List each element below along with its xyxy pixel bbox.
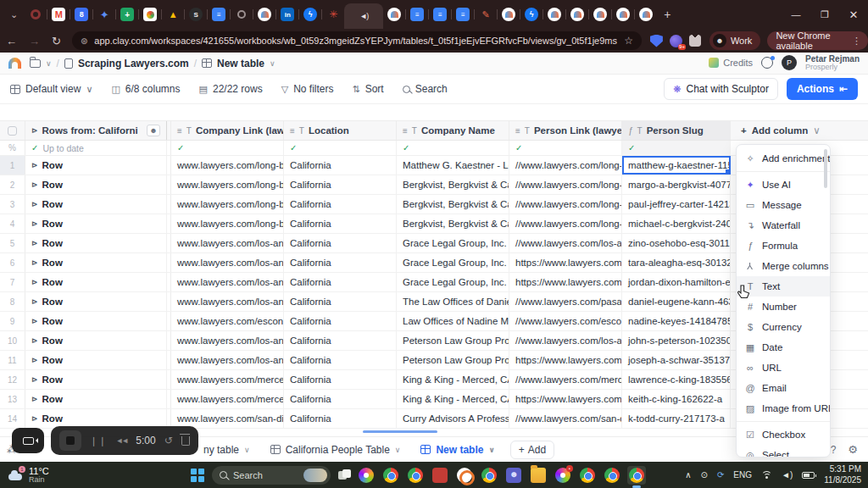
cell-location[interactable]: California [284,292,397,311]
chevron-down-icon[interactable]: ∨ [270,59,275,68]
add-table-tab-button[interactable]: + Add [510,441,554,459]
pinned-tab-ringgray-icon[interactable] [235,8,248,21]
pinned-tab-clay-icon[interactable] [258,8,271,21]
menu-item-merge-columns[interactable]: YMerge columns [737,256,830,276]
cell-person-slug[interactable]: k-todd-curry-217173-a [622,409,731,428]
cell-person-slug[interactable]: tara-aleagha-esq-30132449... [622,253,731,272]
pinned-tab-clay-icon[interactable] [593,8,607,21]
menu-item-add-enrichment[interactable]: ✧Add enrichment [737,148,830,169]
pinned-tab-aster-icon[interactable]: ✳ [326,8,340,21]
cell-company-link[interactable]: www.lawyers.com/long-bea... [171,214,284,233]
menu-item-checkbox[interactable]: ☑Checkbox [737,424,830,445]
add-column-button[interactable]: + Add column ∨ [731,121,831,140]
cell-location[interactable]: California [284,195,397,214]
column-header-person-link[interactable]: ≡TPerson Link (lawyer.co [509,121,622,140]
menu-item-url[interactable]: ∞URL [737,358,830,378]
cell-person-link[interactable]: //www.lawyers.com/los-ang... [509,234,622,252]
pinned-tab-clay-icon[interactable] [387,8,401,21]
row-handle[interactable]: ⊳Row [25,253,167,272]
pinned-tab-docs-icon[interactable]: ≡ [410,8,424,21]
select-all-checkbox[interactable] [8,126,17,136]
browser-profile-chip[interactable]: ☻ Work [709,31,760,50]
menu-item-number[interactable]: #Number [737,297,830,317]
pinned-tabs[interactable]: M8✦+▲S≡inϟ✳ [25,0,344,29]
cell-company-link[interactable]: www.lawyers.com/merced/c... [171,390,284,408]
cell-person-slug[interactable]: matthew-g-kaestner-11541... [622,156,731,175]
pinned-tab-sphere-icon[interactable]: S [189,8,203,21]
taskbar-app-redapp[interactable] [432,468,448,483]
cell-company-name[interactable]: Bergkvist, Bergkvist & Carte... [397,214,509,233]
bookmark-star-icon[interactable]: ☆ [624,35,633,47]
discard-recording-button[interactable] [181,436,190,446]
clay-logo[interactable] [8,58,21,69]
workbook-name[interactable]: Scraping Lawyers.com [78,58,189,69]
row-handle[interactable]: ⊳Row [25,312,167,330]
pinned-tab-ring-icon[interactable] [29,8,42,21]
cell-location[interactable]: California [284,234,397,252]
taskbar-app-chrome[interactable] [481,468,497,483]
forward-icon[interactable]: → [29,35,40,47]
close-button[interactable]: ✕ [839,0,868,29]
cell-person-slug[interactable]: paul-jeffrey-carter-142137-a [622,195,731,214]
table-name[interactable]: New table [217,58,264,69]
table-tab-california-people-table[interactable]: California People Table∨ [270,444,401,456]
extensions-puzzle-icon[interactable] [689,35,701,47]
refresh-icon[interactable]: ↻ [52,35,61,47]
row-number[interactable]: 14 [0,409,25,428]
menu-item-email[interactable]: @Email [737,378,830,398]
taskbar-app-pinwheel[interactable] [359,468,374,483]
minimize-button[interactable]: — [782,0,810,29]
cell-company-link[interactable]: www.lawyers.com/long-bea... [171,156,284,175]
taskbar-app-chrome[interactable] [580,468,595,483]
actions-button[interactable]: Actions ⇤ [787,78,858,100]
cell-company-link[interactable]: www.lawyers.com/los-angel... [171,253,284,272]
cell-person-link[interactable]: //www.lawyers.com/long-b... [509,195,622,214]
pinned-tab-gemini-icon[interactable]: ✦ [97,8,111,21]
cell-location[interactable]: California [284,370,397,389]
row-number[interactable]: 8 [0,292,25,311]
cell-location[interactable]: California [284,351,397,369]
taskbar-app-chrome[interactable] [408,468,423,483]
tray-chevron-icon[interactable]: ∧ [685,470,691,480]
credits-indicator[interactable]: Credits [709,58,753,68]
rows-button[interactable]: ▤ 22/22 rows [199,83,263,95]
row-number[interactable]: 4 [0,214,25,233]
cell-company-name[interactable]: Grace Legal Group, Inc. - Lo... [397,253,509,272]
cell-person-slug[interactable]: nadine-keyes-14184785-a [622,312,731,330]
cell-person-slug[interactable]: joseph-a-schwar-3513763-a [622,351,731,369]
row-number[interactable]: 9 [0,312,25,330]
taskbar-app-chrome[interactable] [604,468,620,483]
filters-button[interactable]: ▽ No filters [281,83,334,95]
rewind-button[interactable]: ◄◄ [115,436,127,445]
help-icon[interactable]: ? [831,444,837,456]
menu-item-waterfall[interactable]: ↴Waterfall [737,215,830,236]
column-header-company-name[interactable]: ≡TCompany Name [397,121,509,140]
row-handle[interactable]: ⊳Row [25,390,167,408]
pinned-tab-feather-icon[interactable]: ✎ [479,8,492,21]
cell-company-link[interactable]: www.lawyers.com/long-bea... [171,175,284,194]
table-tab-new-table[interactable]: New table∨ [420,444,494,456]
cell-location[interactable]: California [284,409,397,428]
active-tab[interactable]: ◄) [344,3,383,29]
folder-icon[interactable] [30,59,41,68]
restart-recording-button[interactable]: ↺ [164,435,173,446]
user-avatar[interactable]: P [782,55,797,70]
record-tray-icon[interactable]: ⊙ [701,470,708,480]
volume-icon[interactable]: ◄) [782,470,793,480]
cell-person-slug[interactable]: zino-osehobo-esq-3011975... [622,234,731,252]
taskbar-app-pinwheel-badge[interactable]: • [555,468,570,483]
cell-company-name[interactable]: Matthew G. Kaestner - Long... [397,156,509,175]
cell-company-link[interactable]: www.lawyers.com/los-angel... [171,292,284,311]
pinned-tab-docs-icon[interactable]: ≡ [212,8,225,21]
cell-person-link[interactable]: //www.lawyers.com/san-die... [509,409,622,428]
camera-button[interactable] [12,428,44,453]
task-view-button[interactable] [338,469,351,480]
row-number[interactable]: 11 [0,351,25,369]
cell-person-link[interactable]: https://www.lawyers.com/m... [509,390,622,408]
pinned-tab-linkedin-icon[interactable]: in [281,8,294,21]
row-handle[interactable]: ⊳Row [25,409,167,428]
row-number[interactable]: 10 [0,331,25,350]
chat-with-sculptor-button[interactable]: ❋ Chat with Sculptor [664,78,778,100]
horizontal-scrollbar[interactable] [363,430,437,433]
gear-icon[interactable]: ⚙ [848,443,858,456]
